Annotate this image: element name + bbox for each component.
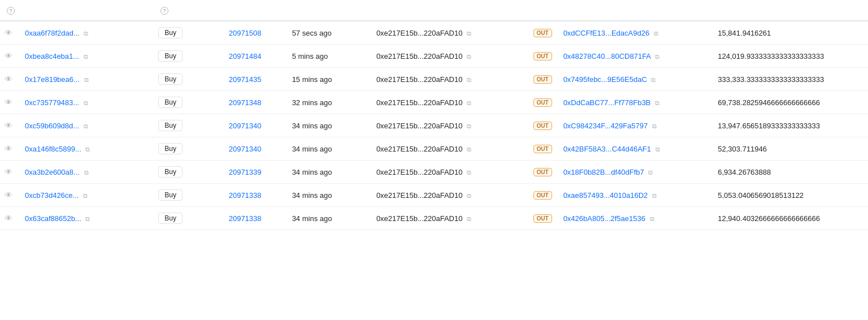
copy-hash-icon[interactable]: ⧉ [84,53,88,60]
to-address-link[interactable]: 0x42BF58A3...C44d46AF1 [563,145,651,153]
amount-cell: 333,333.3333333333333333333 [713,68,868,91]
transaction-hash-link[interactable]: 0x63caf88652b... [25,214,81,223]
eye-icon[interactable]: 👁 [5,191,12,200]
copy-hash-icon[interactable]: ⧉ [84,123,88,129]
hash-cell: 0xc735779483... ⧉ [20,91,154,114]
method-cell: Buy [154,184,224,207]
col-out [527,0,559,21]
method-help-icon[interactable]: ? [160,7,168,15]
out-badge: OUT [533,29,552,37]
method-button[interactable]: Buy [158,120,183,131]
copy-to-icon[interactable]: ⧉ [648,169,653,176]
block-link[interactable]: 20971340 [229,145,262,153]
method-button[interactable]: Buy [158,166,183,178]
table-row: 👁 0x63caf88652b... ⧉ Buy 20971338 34 min… [0,207,868,230]
copy-from-icon[interactable]: ⧉ [467,169,471,176]
method-button[interactable]: Buy [158,97,183,108]
from-cell: 0xe217E15b...220aFAD10 ⧉ [372,184,527,207]
transaction-hash-link[interactable]: 0xa3b2e600a8... [25,168,80,176]
to-address-link[interactable]: 0x7495febc...9E56E5daC [563,75,647,84]
copy-to-icon[interactable]: ⧉ [650,215,654,222]
method-button[interactable]: Buy [158,213,183,224]
copy-hash-icon[interactable]: ⧉ [84,30,88,37]
method-button[interactable]: Buy [158,27,183,38]
copy-to-icon[interactable]: ⧉ [655,100,659,106]
col-age[interactable] [288,0,372,21]
to-cell: 0x18F0b82B...df40dFfb7 ⧉ [559,161,714,184]
copy-to-icon[interactable]: ⧉ [651,76,656,83]
eye-icon[interactable]: 👁 [5,121,12,130]
col-to [559,0,714,21]
copy-hash-icon[interactable]: ⧉ [85,215,90,222]
block-link[interactable]: 20971340 [229,122,262,130]
to-address-link[interactable]: 0xdCCFfE13...EdacA9d26 [563,29,649,37]
copy-to-icon[interactable]: ⧉ [652,123,657,129]
amount-value: 69,738.2825946666666666666 [718,98,820,107]
transaction-hash-link[interactable]: 0xc59b609d8d... [25,122,79,130]
copy-hash-icon[interactable]: ⧉ [85,146,90,153]
transaction-hash-link[interactable]: 0x17e819bea6... [25,75,80,84]
eye-icon[interactable]: 👁 [5,214,12,223]
block-link[interactable]: 20971348 [229,98,262,107]
block-link[interactable]: 20971338 [229,214,262,223]
transaction-hash-link[interactable]: 0xc735779483... [25,98,79,107]
copy-from-icon[interactable]: ⧉ [467,76,471,83]
to-address-link[interactable]: 0x426bA805...2f5ae1536 [563,214,645,223]
method-button[interactable]: Buy [158,189,183,201]
to-address-link[interactable]: 0xae857493...4010a16D2 [563,191,648,200]
hash-cell: 0x63caf88652b... ⧉ [20,207,154,230]
age-cell: 34 mins ago [288,184,372,207]
block-link[interactable]: 20971339 [229,168,262,176]
method-button[interactable]: Buy [158,143,183,154]
to-address-link[interactable]: 0x48278C40...80CD871FA [563,52,651,60]
copy-hash-icon[interactable]: ⧉ [84,169,89,176]
copy-to-icon[interactable]: ⧉ [656,146,660,153]
eye-icon[interactable]: 👁 [5,167,12,176]
copy-hash-icon[interactable]: ⧉ [84,76,89,83]
eye-icon[interactable]: 👁 [5,75,12,84]
amount-value: 124,019.9333333333333333333 [718,52,824,60]
method-button[interactable]: Buy [158,50,183,62]
block-link[interactable]: 20971435 [229,75,262,84]
eye-icon[interactable]: 👁 [5,98,12,107]
eye-icon[interactable]: 👁 [5,51,12,60]
amount-value: 5,053.0406569018513122 [718,191,804,200]
to-address-link[interactable]: 0xC984234F...429Fa5797 [563,122,648,130]
transaction-hash-link[interactable]: 0xbea8c4eba1... [25,52,79,60]
copy-to-icon[interactable]: ⧉ [655,53,659,60]
copy-from-icon[interactable]: ⧉ [467,100,471,106]
from-address: 0xe217E15b...220aFAD10 [376,145,463,153]
age-value: 5 mins ago [292,52,328,60]
transaction-hash-link[interactable]: 0xaa6f78f2dad... [25,29,80,37]
eye-icon[interactable]: 👁 [5,144,12,153]
copy-from-icon[interactable]: ⧉ [467,192,471,199]
transaction-hash-link[interactable]: 0xcb73d426ce... [25,191,79,200]
copy-to-icon[interactable]: ⧉ [654,30,658,37]
age-value: 34 mins ago [292,191,332,200]
block-link[interactable]: 20971484 [229,52,262,60]
question-icon[interactable]: ? [7,7,15,15]
copy-hash-icon[interactable]: ⧉ [83,192,88,199]
copy-from-icon[interactable]: ⧉ [467,215,471,222]
copy-from-icon[interactable]: ⧉ [467,123,471,129]
out-badge: OUT [533,52,552,60]
copy-from-icon[interactable]: ⧉ [467,146,471,153]
eye-cell: 👁 [0,184,20,207]
out-badge-cell: OUT [527,45,559,68]
eye-cell: 👁 [0,21,20,45]
block-link[interactable]: 20971508 [229,29,262,37]
age-value: 34 mins ago [292,214,332,223]
age-value: 34 mins ago [292,122,332,130]
copy-to-icon[interactable]: ⧉ [652,192,657,199]
method-cell: Buy [154,137,224,161]
to-address-link[interactable]: 0x18F0b82B...df40dFfb7 [563,168,644,176]
copy-from-icon[interactable]: ⧉ [467,30,471,37]
method-button[interactable]: Buy [158,73,183,85]
from-address: 0xe217E15b...220aFAD10 [376,29,463,37]
transaction-hash-link[interactable]: 0xa146f8c5899... [25,145,81,153]
to-address-link[interactable]: 0xDdCaBC77...Ff778Fb3B [563,98,651,107]
eye-icon[interactable]: 👁 [5,28,12,37]
copy-from-icon[interactable]: ⧉ [467,53,471,60]
copy-hash-icon[interactable]: ⧉ [84,100,88,106]
block-link[interactable]: 20971338 [229,191,262,200]
